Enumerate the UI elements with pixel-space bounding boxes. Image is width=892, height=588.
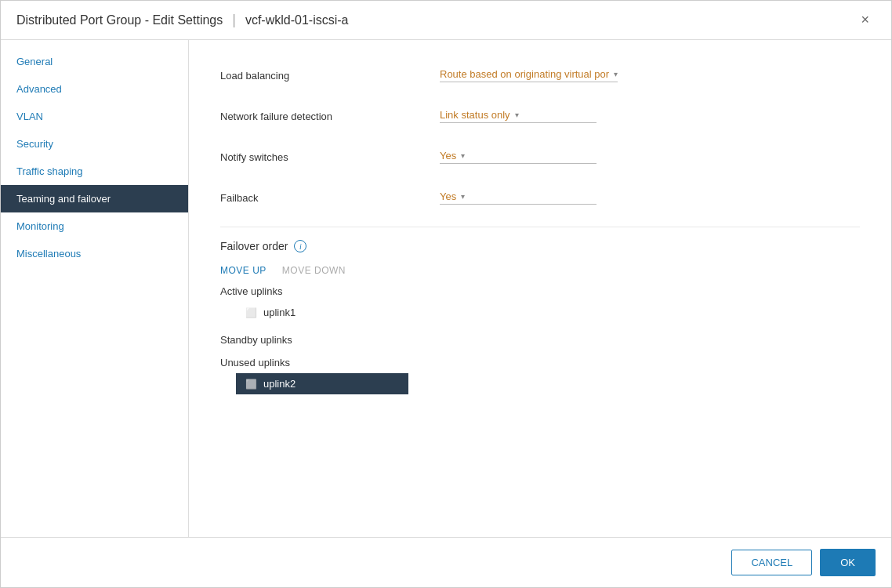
unused-uplinks-label: Unused uplinks — [220, 357, 860, 368]
uplink2-item[interactable]: ⬜ uplink2 — [236, 373, 408, 394]
notify-switches-row: Notify switches Yes ▾ — [220, 145, 860, 169]
active-uplinks-section: Active uplinks ⬜ uplink1 — [220, 285, 860, 323]
chevron-down-icon: ▾ — [461, 192, 465, 201]
dialog: Distributed Port Group - Edit Settings |… — [0, 0, 892, 588]
chevron-down-icon: ▾ — [614, 70, 618, 78]
standby-uplinks-section: Standby uplinks — [220, 334, 860, 346]
sidebar-item-traffic-shaping[interactable]: Traffic shaping — [1, 158, 188, 185]
info-icon[interactable]: i — [294, 240, 306, 252]
chevron-down-icon: ▾ — [515, 111, 519, 119]
ok-button[interactable]: OK — [820, 549, 876, 576]
standby-uplinks-label: Standby uplinks — [220, 334, 860, 346]
network-failure-detection-row: Network failure detection Link status on… — [220, 104, 860, 128]
main-content: Load balancing Route based on originatin… — [189, 40, 891, 537]
uplink-icon: ⬜ — [245, 307, 257, 318]
move-up-button[interactable]: MOVE UP — [220, 265, 267, 276]
cancel-button[interactable]: CANCEL — [731, 550, 812, 575]
failback-dropdown[interactable]: Yes ▾ — [440, 191, 596, 205]
notify-switches-label: Notify switches — [220, 151, 440, 163]
sidebar-item-teaming-and-failover[interactable]: Teaming and failover — [1, 185, 188, 212]
notify-switches-dropdown[interactable]: Yes ▾ — [440, 150, 596, 164]
failback-label: Failback — [220, 192, 440, 204]
failback-row: Failback Yes ▾ — [220, 186, 860, 209]
dialog-subtitle: vcf-wkld-01-iscsi-a — [245, 13, 349, 27]
uplink-icon: ⬜ — [245, 379, 257, 390]
sidebar-item-monitoring[interactable]: Monitoring — [1, 212, 188, 240]
dialog-title: Distributed Port Group - Edit Settings — [16, 13, 223, 27]
dialog-header: Distributed Port Group - Edit Settings |… — [1, 1, 891, 40]
sidebar: General Advanced VLAN Security Traffic s… — [1, 40, 189, 537]
divider — [220, 227, 860, 227]
dialog-body: General Advanced VLAN Security Traffic s… — [1, 40, 891, 537]
move-buttons: MOVE UP MOVE DOWN — [220, 265, 860, 276]
chevron-down-icon: ▾ — [461, 151, 465, 160]
failover-order-title: Failover order i — [220, 240, 860, 252]
move-down-button[interactable]: MOVE DOWN — [282, 265, 346, 276]
sidebar-item-vlan[interactable]: VLAN — [1, 103, 188, 130]
dialog-footer: CANCEL OK — [1, 537, 891, 587]
network-failure-detection-label: Network failure detection — [220, 111, 440, 122]
sidebar-item-miscellaneous[interactable]: Miscellaneous — [1, 240, 188, 267]
load-balancing-dropdown[interactable]: Route based on originating virtual por ▾ — [440, 68, 618, 82]
sidebar-item-advanced[interactable]: Advanced — [1, 75, 188, 103]
close-button[interactable]: × — [854, 9, 876, 31]
load-balancing-label: Load balancing — [220, 70, 440, 82]
sidebar-item-security[interactable]: Security — [1, 130, 188, 158]
uplink1-item[interactable]: ⬜ uplink1 — [236, 302, 860, 323]
load-balancing-row: Load balancing Route based on originatin… — [220, 64, 860, 87]
sidebar-item-general[interactable]: General — [1, 48, 188, 75]
dialog-separator: | — [232, 12, 236, 28]
active-uplinks-label: Active uplinks — [220, 285, 860, 297]
unused-uplinks-section: Unused uplinks ⬜ uplink2 — [220, 357, 860, 394]
network-failure-detection-dropdown[interactable]: Link status only ▾ — [440, 109, 596, 123]
